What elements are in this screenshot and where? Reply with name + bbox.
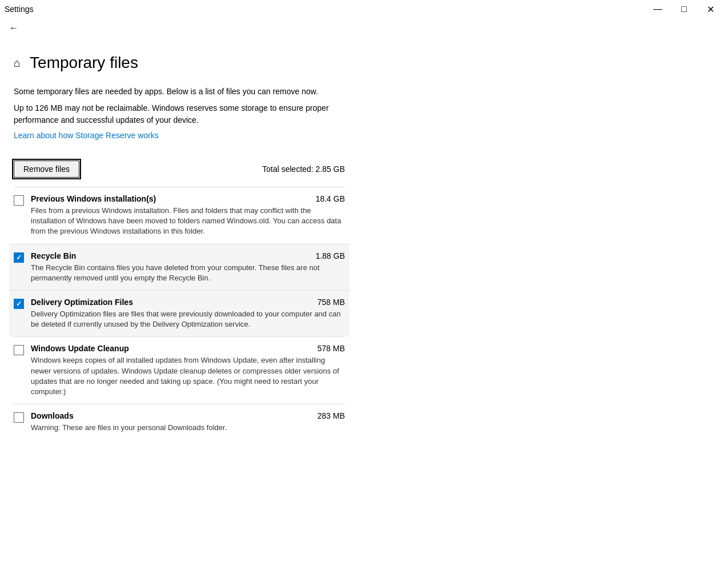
file-name-windows-update-cleanup: Windows Update Cleanup bbox=[31, 344, 129, 353]
checkbox-downloads[interactable] bbox=[14, 412, 24, 423]
file-desc-delivery-optimization: Delivery Optimization files are files th… bbox=[31, 309, 345, 330]
storage-note-text: Up to 126 MB may not be reclaimable. Win… bbox=[14, 102, 333, 126]
title-bar-controls: — □ ✕ bbox=[645, 0, 723, 18]
close-button[interactable]: ✕ bbox=[697, 0, 723, 18]
back-button[interactable]: ← bbox=[7, 21, 21, 35]
file-list: Previous Windows installation(s)18.4 GBF… bbox=[14, 187, 345, 440]
checkbox-windows-update-cleanup[interactable] bbox=[14, 345, 24, 355]
checkbox-recycle-bin[interactable] bbox=[14, 252, 24, 263]
maximize-button[interactable]: □ bbox=[671, 0, 697, 18]
file-header-previous-windows: Previous Windows installation(s)18.4 GB bbox=[31, 194, 345, 203]
file-header-downloads: Downloads283 MB bbox=[31, 411, 345, 420]
main-content: ⌂ Temporary files Some temporary files a… bbox=[0, 42, 728, 451]
file-desc-windows-update-cleanup: Windows keeps copies of all installed up… bbox=[31, 355, 345, 397]
action-bar: Remove files Total selected: 2.85 GB bbox=[14, 160, 345, 178]
title-bar-title: Settings bbox=[5, 5, 34, 14]
total-selected-label: Total selected: 2.85 GB bbox=[262, 164, 345, 174]
file-info-downloads: Downloads283 MBWarning: These are files … bbox=[31, 411, 345, 433]
page-title: Temporary files bbox=[30, 54, 138, 72]
title-bar-left: Settings bbox=[5, 5, 34, 14]
home-icon: ⌂ bbox=[14, 57, 21, 70]
file-header-delivery-optimization: Delivery Optimization Files758 MB bbox=[31, 298, 345, 307]
file-desc-downloads: Warning: These are files in your persona… bbox=[31, 423, 345, 433]
checkbox-delivery-optimization[interactable] bbox=[14, 299, 24, 309]
file-item-downloads: Downloads283 MBWarning: These are files … bbox=[14, 404, 345, 440]
file-size-previous-windows: 18.4 GB bbox=[316, 194, 345, 203]
page-header: ⌂ Temporary files bbox=[14, 54, 714, 72]
file-name-delivery-optimization: Delivery Optimization Files bbox=[31, 298, 133, 307]
checkbox-previous-windows[interactable] bbox=[14, 195, 24, 206]
file-info-recycle-bin: Recycle Bin1.88 GBThe Recycle Bin contai… bbox=[31, 251, 345, 283]
file-size-recycle-bin: 1.88 GB bbox=[316, 251, 345, 260]
file-size-delivery-optimization: 758 MB bbox=[317, 298, 345, 307]
file-desc-previous-windows: Files from a previous Windows installati… bbox=[31, 206, 345, 237]
minimize-button[interactable]: — bbox=[645, 0, 671, 18]
file-size-windows-update-cleanup: 578 MB bbox=[317, 344, 345, 353]
title-bar: Settings — □ ✕ bbox=[0, 0, 728, 18]
file-item-delivery-optimization: Delivery Optimization Files758 MBDeliver… bbox=[9, 290, 349, 336]
file-name-downloads: Downloads bbox=[31, 411, 74, 420]
file-name-previous-windows: Previous Windows installation(s) bbox=[31, 194, 156, 203]
file-info-previous-windows: Previous Windows installation(s)18.4 GBF… bbox=[31, 194, 345, 237]
file-info-delivery-optimization: Delivery Optimization Files758 MBDeliver… bbox=[31, 298, 345, 330]
file-item-previous-windows: Previous Windows installation(s)18.4 GBF… bbox=[14, 187, 345, 244]
nav-row: ← bbox=[0, 18, 728, 38]
file-header-windows-update-cleanup: Windows Update Cleanup578 MB bbox=[31, 344, 345, 353]
file-name-recycle-bin: Recycle Bin bbox=[31, 251, 76, 260]
file-size-downloads: 283 MB bbox=[317, 411, 345, 420]
file-item-recycle-bin: Recycle Bin1.88 GBThe Recycle Bin contai… bbox=[9, 244, 349, 290]
file-desc-recycle-bin: The Recycle Bin contains files you have … bbox=[31, 263, 345, 283]
file-info-windows-update-cleanup: Windows Update Cleanup578 MBWindows keep… bbox=[31, 344, 345, 397]
file-item-windows-update-cleanup: Windows Update Cleanup578 MBWindows keep… bbox=[14, 336, 345, 404]
remove-files-button[interactable]: Remove files bbox=[14, 160, 79, 178]
file-header-recycle-bin: Recycle Bin1.88 GB bbox=[31, 251, 345, 260]
description-text: Some temporary files are needed by apps.… bbox=[14, 86, 333, 98]
learn-link[interactable]: Learn about how Storage Reserve works bbox=[14, 131, 159, 140]
